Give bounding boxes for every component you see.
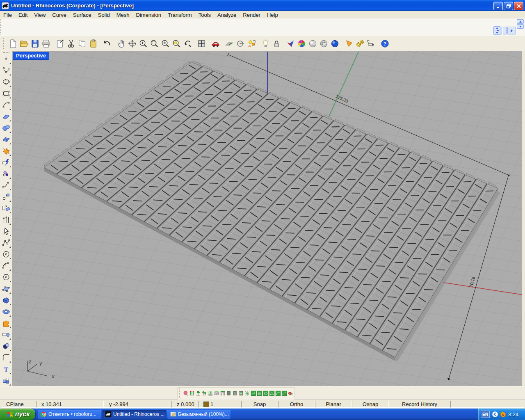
menu-surface[interactable]: Surface [70, 11, 95, 18]
paint-drop-button[interactable] [183, 388, 189, 399]
mesh-cross-button[interactable] [244, 388, 250, 399]
viewport-perspective[interactable]: 125.3370.16xyz [12, 51, 522, 386]
cplane-grid-button[interactable] [224, 38, 235, 49]
layer-color-swatch[interactable] [203, 402, 209, 407]
restore-button[interactable] [504, 2, 513, 10]
pointer-cone-button[interactable] [343, 38, 354, 49]
ellipse-button[interactable] [1, 77, 11, 87]
viewport-title[interactable]: Perspective [13, 52, 49, 60]
dot-grid-button[interactable] [256, 388, 262, 399]
zoom-window-button[interactable] [149, 38, 160, 49]
columns-footing-button[interactable] [207, 388, 213, 399]
block-objects-button[interactable] [1, 375, 11, 386]
zoom-dynamic-button[interactable] [138, 38, 149, 49]
circle-center-button[interactable] [1, 249, 11, 260]
trees-button[interactable] [201, 388, 207, 399]
dot-ring-button[interactable] [262, 388, 269, 399]
toolbar-drag-handle[interactable] [3, 38, 5, 49]
status-cplane[interactable]: CPlane [1, 401, 36, 408]
menu-mesh[interactable]: Mesh [113, 11, 133, 18]
scroll-up-icon[interactable] [517, 19, 524, 24]
polygon-button[interactable] [1, 272, 11, 283]
notification-badge-icon[interactable]: 6 [500, 411, 506, 418]
node-path-button[interactable] [250, 388, 256, 399]
scroll-down-icon[interactable] [517, 24, 524, 29]
panel-corner-button[interactable] [232, 388, 238, 399]
curve-bolt-button[interactable] [1, 157, 11, 168]
plugin-toolbar-drag-handle[interactable] [179, 388, 181, 398]
array-objects-button[interactable] [1, 215, 11, 225]
fillet-curve-button[interactable] [1, 352, 11, 363]
arc-3pt-button[interactable] [1, 260, 11, 271]
dot-segment-button[interactable] [281, 388, 287, 399]
menu-render[interactable]: Render [240, 11, 264, 18]
command-spinner[interactable] [493, 26, 500, 35]
scroll-thumb[interactable] [503, 27, 507, 34]
shade-view-button[interactable] [285, 38, 296, 49]
viewport-canvas[interactable]: 125.3370.16xyz [12, 51, 522, 386]
new-document-button[interactable] [7, 38, 18, 49]
export-annotation-button[interactable] [55, 38, 66, 49]
dimension-tool-button[interactable] [365, 38, 377, 49]
dot-triangle-button[interactable] [269, 388, 275, 399]
panel-door-button[interactable] [226, 388, 232, 399]
language-indicator[interactable]: EN [481, 411, 490, 418]
surface-points-button[interactable] [1, 283, 11, 294]
menu-edit[interactable]: Edit [15, 11, 31, 18]
rectangle-button[interactable] [1, 88, 11, 99]
menu-solid[interactable]: Solid [95, 11, 113, 18]
menu-view[interactable]: View [31, 11, 49, 18]
command-history-drag-handle[interactable] [0, 19, 3, 26]
menu-dimension[interactable]: Dimension [133, 11, 164, 18]
scale-objects-button[interactable] [1, 192, 11, 202]
taskbar-task-rhino[interactable]: Untitled - Rhinoceros ... [103, 410, 166, 419]
history-scrollbar[interactable] [517, 19, 524, 29]
control-point-curve-button[interactable] [1, 65, 11, 76]
status-pane-osnap[interactable]: Osnap [352, 401, 389, 408]
status-pane-record-history[interactable]: Record History [389, 401, 450, 408]
zoom-extents-button[interactable] [160, 38, 171, 49]
gear-plant-button[interactable] [287, 388, 293, 399]
surface-patch-button[interactable] [1, 111, 11, 122]
point-button[interactable] [1, 54, 11, 64]
boolean-puzzle-button[interactable] [1, 318, 11, 329]
pan-view-button[interactable] [116, 38, 127, 49]
undo-button[interactable] [102, 38, 113, 49]
open-file-button[interactable] [18, 38, 30, 49]
arc-button[interactable] [1, 100, 11, 110]
rotate-view-button[interactable] [127, 38, 138, 49]
menu-transform[interactable]: Transform [164, 11, 195, 18]
viewport-layout-button[interactable] [196, 38, 207, 49]
zoom-selected-button[interactable] [171, 38, 182, 49]
mirror-objects-button[interactable] [1, 203, 11, 214]
help-button[interactable]: ? [379, 38, 390, 49]
status-pane-planar[interactable]: Planar [315, 401, 352, 408]
menu-curve[interactable]: Curve [49, 11, 70, 18]
point-cloud-button[interactable] [1, 169, 11, 179]
scroll-right-button[interactable] [507, 27, 516, 34]
status-pane-ortho[interactable]: Ortho [278, 401, 315, 408]
text-object-button[interactable]: T [1, 364, 11, 374]
spin-up-icon[interactable] [493, 26, 500, 30]
solid-spheres-button[interactable] [1, 123, 11, 133]
collapse-tray-icon[interactable] [491, 411, 499, 418]
tree-button[interactable] [195, 388, 201, 399]
print-button[interactable] [41, 38, 52, 49]
polyline-button[interactable] [1, 237, 11, 248]
rebar-columns-button[interactable] [189, 388, 195, 399]
wall-hatch-button[interactable] [213, 388, 219, 399]
menu-analyze[interactable]: Analyze [214, 11, 240, 18]
save-file-button[interactable] [30, 38, 41, 49]
undo-view-button[interactable] [182, 38, 193, 49]
split-objects-button[interactable] [1, 329, 11, 340]
wire-sphere-button[interactable] [318, 38, 329, 49]
menu-help[interactable]: Help [264, 11, 281, 18]
render-sphere-button[interactable] [329, 38, 340, 49]
clock[interactable]: 3:24 [508, 411, 518, 418]
arch-button[interactable] [219, 388, 226, 399]
circle-tool-button[interactable] [235, 38, 246, 49]
osnap-shapes-button[interactable] [246, 38, 257, 49]
layer-lamp-button[interactable] [260, 38, 271, 49]
minimize-button[interactable] [493, 2, 503, 10]
taskbar-task-paint[interactable]: Безымянный (100%)... [167, 410, 231, 419]
